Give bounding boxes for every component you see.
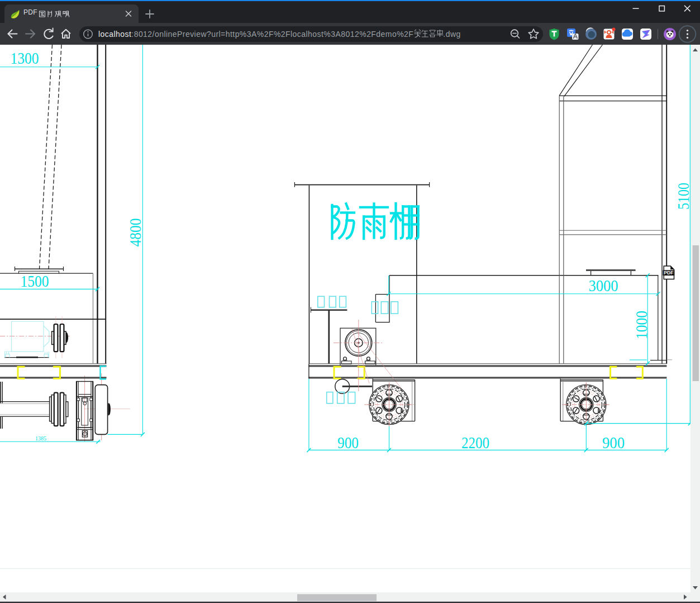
svg-text:1500: 1500	[21, 272, 49, 290]
svg-text:4800: 4800	[126, 219, 144, 247]
svg-text:1000: 1000	[632, 311, 650, 339]
svg-text:1385: 1385	[35, 435, 46, 441]
svg-text:2200: 2200	[461, 434, 489, 452]
svg-text:PDF: PDF	[664, 270, 673, 276]
svg-text:900: 900	[602, 434, 625, 452]
svg-text:5100: 5100	[674, 183, 692, 210]
svg-text:900: 900	[337, 434, 359, 452]
svg-text:3000: 3000	[589, 277, 618, 295]
svg-text:1300: 1300	[11, 49, 39, 67]
